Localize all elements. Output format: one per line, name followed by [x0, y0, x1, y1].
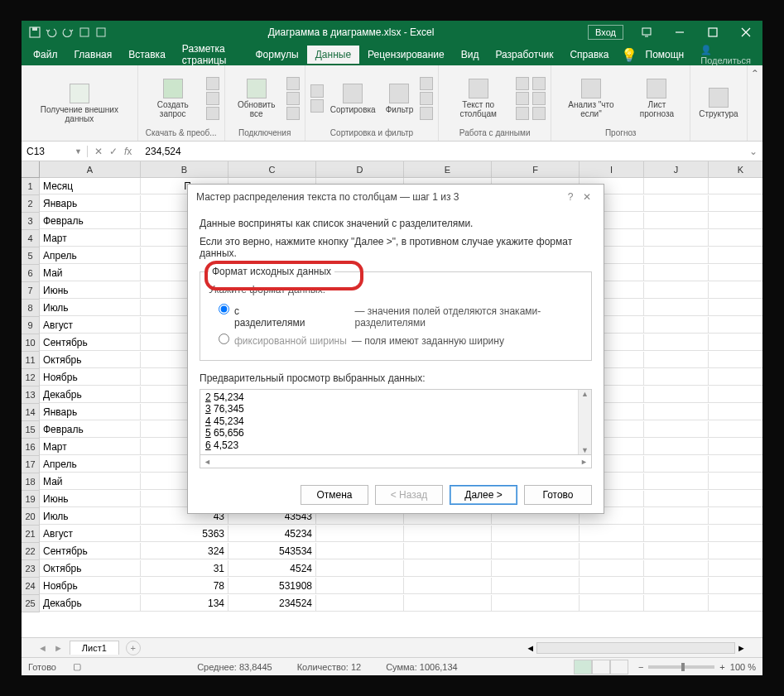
row-header[interactable]: 5 — [22, 247, 40, 265]
tab-справка[interactable]: Справка — [561, 46, 617, 64]
horizontal-scrollbar[interactable]: ◄ ► — [526, 642, 746, 654]
row-header[interactable]: 3 — [22, 213, 40, 230]
sheet-nav-next-icon[interactable]: ► — [54, 643, 63, 653]
zoom-out-icon[interactable]: − — [638, 662, 643, 672]
row-header[interactable]: 24 — [22, 578, 40, 595]
qat-icon-5[interactable] — [94, 26, 108, 39]
add-sheet-button[interactable]: + — [126, 641, 141, 655]
col-header[interactable]: K — [709, 161, 762, 178]
sheet-tab-active[interactable]: Лист1 — [70, 641, 119, 655]
query-icon-1[interactable] — [206, 77, 219, 90]
row-header[interactable]: 9 — [22, 317, 40, 334]
row-header[interactable]: 17 — [22, 456, 40, 473]
tab-формулы[interactable]: Формулы — [247, 46, 306, 64]
expand-formula-icon[interactable]: ⌄ — [744, 146, 762, 157]
sort-az-icon[interactable] — [310, 84, 324, 98]
radio-delimited[interactable] — [219, 304, 229, 314]
forecast-sheet-button[interactable]: Лист прогноза — [629, 77, 685, 120]
share-button[interactable]: 👤 Поделиться — [692, 45, 759, 65]
radio-fixed-width[interactable] — [219, 334, 229, 344]
row-header[interactable]: 18 — [22, 473, 40, 491]
data-icon-2[interactable] — [516, 92, 529, 105]
data-icon-1[interactable] — [516, 77, 529, 90]
row-header[interactable]: 14 — [22, 404, 40, 421]
row-header[interactable]: 13 — [22, 386, 40, 404]
data-icon-5[interactable] — [532, 92, 546, 105]
zoom-slider[interactable] — [648, 665, 714, 669]
tab-главная[interactable]: Главная — [66, 46, 121, 64]
view-page-layout-icon[interactable] — [592, 660, 610, 674]
data-icon-4[interactable] — [532, 77, 546, 90]
tell-me-icon[interactable]: 💡 — [621, 47, 637, 63]
row-header[interactable]: 11 — [22, 352, 40, 369]
cancel-formula-icon[interactable]: ✕ — [94, 146, 103, 157]
name-box[interactable]: C13▼ — [22, 146, 88, 157]
get-external-data-button[interactable]: Получение внешних данных — [26, 82, 132, 125]
col-header[interactable]: F — [492, 161, 580, 178]
filter-icon-1[interactable] — [420, 77, 433, 90]
next-button[interactable]: Далее > — [450, 485, 517, 505]
row-header[interactable]: 7 — [22, 282, 40, 300]
fx-icon[interactable]: fx — [124, 146, 132, 157]
view-normal-icon[interactable] — [574, 660, 592, 674]
dialog-help-icon[interactable]: ? — [562, 191, 579, 203]
text-to-columns-button[interactable]: Текст по столбцам — [444, 77, 512, 120]
tab-вид[interactable]: Вид — [453, 46, 488, 64]
data-icon-3[interactable] — [516, 107, 529, 120]
outline-button[interactable]: Структура — [695, 86, 741, 120]
row-header[interactable]: 25 — [22, 595, 40, 612]
cancel-button[interactable]: Отмена — [301, 485, 368, 505]
row-header[interactable]: 22 — [22, 543, 40, 560]
formula-input[interactable]: 234,524 — [138, 146, 744, 157]
record-macro-icon[interactable]: ▢ — [73, 661, 81, 672]
filter-button[interactable]: Фильтр — [382, 82, 417, 116]
row-header[interactable]: 23 — [22, 560, 40, 578]
row-header[interactable]: 2 — [22, 195, 40, 213]
undo-icon[interactable] — [45, 26, 58, 39]
col-header[interactable]: J — [644, 161, 709, 178]
sheet-nav-prev-icon[interactable]: ◄ — [38, 643, 47, 653]
row-header[interactable]: 19 — [22, 491, 40, 508]
conn-icon-1[interactable] — [286, 77, 300, 90]
what-if-button[interactable]: Анализ "что если" — [556, 77, 626, 120]
zoom-in-icon[interactable]: + — [719, 662, 724, 672]
col-header[interactable]: C — [228, 161, 316, 178]
row-header[interactable]: 4 — [22, 230, 40, 247]
tab-разработчик[interactable]: Разработчик — [487, 46, 561, 64]
maximize-icon[interactable] — [696, 21, 729, 44]
tab-рецензирование[interactable]: Рецензирование — [359, 46, 453, 64]
tab-данные[interactable]: Данные — [307, 46, 359, 64]
row-header[interactable]: 6 — [22, 265, 40, 282]
tell-me[interactable]: Помощн — [637, 46, 693, 64]
conn-icon-3[interactable] — [286, 107, 300, 120]
conn-icon-2[interactable] — [286, 92, 300, 105]
col-header[interactable]: I — [580, 161, 644, 178]
refresh-all-button[interactable]: Обновить все — [230, 77, 283, 120]
filter-icon-3[interactable] — [420, 107, 433, 120]
minimize-icon[interactable] — [663, 21, 696, 44]
row-header[interactable]: 16 — [22, 439, 40, 456]
finish-button[interactable]: Готово — [524, 485, 592, 505]
col-header[interactable]: B — [141, 161, 228, 178]
row-header[interactable]: 15 — [22, 421, 40, 439]
row-header[interactable]: 1 — [22, 178, 40, 195]
view-page-break-icon[interactable] — [610, 660, 628, 674]
enter-formula-icon[interactable]: ✓ — [109, 146, 118, 157]
scroll-left-icon[interactable]: ◄ — [526, 643, 535, 653]
collapse-ribbon-icon[interactable]: ˆ — [748, 65, 762, 141]
qat-icon-4[interactable] — [78, 26, 91, 39]
sort-button[interactable]: Сортировка — [327, 82, 379, 116]
row-header[interactable]: 21 — [22, 526, 40, 543]
row-header[interactable]: 20 — [22, 508, 40, 526]
sort-za-icon[interactable] — [310, 99, 324, 113]
tab-вставка[interactable]: Вставка — [120, 46, 174, 64]
row-header[interactable]: 12 — [22, 369, 40, 386]
query-icon-2[interactable] — [206, 92, 219, 105]
row-header[interactable]: 10 — [22, 334, 40, 352]
redo-icon[interactable] — [61, 26, 75, 39]
query-icon-3[interactable] — [206, 107, 219, 120]
new-query-button[interactable]: Создать запрос — [143, 77, 203, 120]
back-button[interactable]: < Назад — [375, 485, 443, 505]
filter-icon-2[interactable] — [420, 92, 433, 105]
col-header[interactable]: D — [316, 161, 404, 178]
